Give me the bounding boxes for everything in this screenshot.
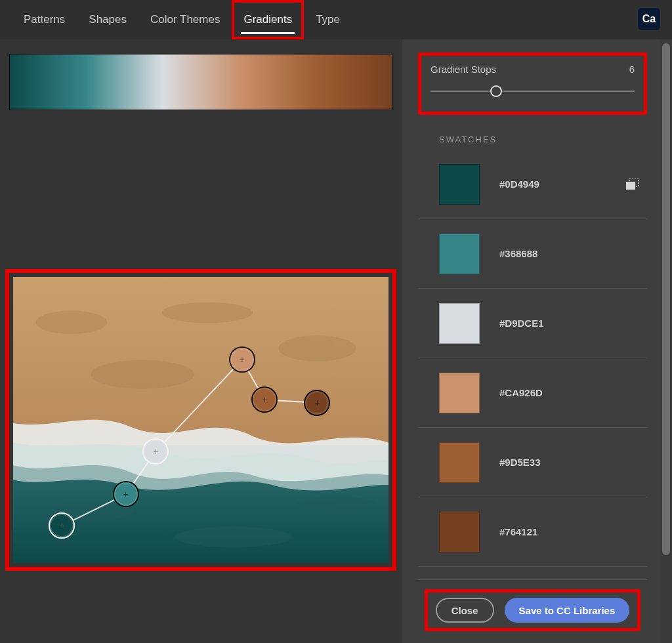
tab-label: Gradients [243,13,292,26]
save-button-label: Save to CC Libraries [519,605,616,616]
swatch-color[interactable] [439,442,480,483]
svg-point-5 [91,360,194,389]
swatch-hex: #0D4949 [499,178,539,190]
svg-rect-0 [13,277,388,446]
color-sample-node[interactable]: + [142,438,169,465]
svg-point-7 [175,527,292,548]
swatches-label: SWATCHES [439,135,647,144]
svg-point-3 [162,302,253,323]
right-panel: Gradient Stops 6 SWATCHES #0D4949#368688… [402,39,660,643]
tab-type[interactable]: Type [304,0,352,39]
swatch-list: #0D4949#368688#D9DCE1#CA926D#9D5E33#7641… [418,150,647,579]
swatch-color[interactable] [439,234,480,274]
swatch-row[interactable]: #CA926D [418,358,647,428]
close-button[interactable]: Close [436,598,494,623]
swatch-hex: #764121 [499,526,537,537]
swatch-hex: #CA926D [499,387,543,398]
image-canvas-highlight: ++++++ [5,269,396,571]
app-badge: Ca [638,8,660,30]
tab-shapes[interactable]: Shapes [77,0,138,39]
scroll-thumb[interactable] [662,43,670,555]
left-panel: ++++++ [0,39,402,643]
swatch-color[interactable] [439,373,480,413]
swatch-row[interactable]: #0D4949 [418,150,647,219]
swatch-hex: #9D5E33 [499,457,541,468]
svg-rect-10 [626,182,635,190]
color-sample-node[interactable]: + [113,481,139,507]
tab-label: Patterns [24,13,65,26]
gradient-stops-slider[interactable] [430,85,635,97]
tab-patterns[interactable]: Patterns [12,0,77,39]
gradient-stops-highlight: Gradient Stops 6 [418,52,647,115]
tab-color-themes[interactable]: Color Themes [138,0,232,39]
svg-point-2 [36,311,107,335]
top-tab-bar: Patterns Shapes Color Themes Gradients T… [0,0,672,39]
swatch-hex: #368688 [499,248,537,259]
tab-label: Type [316,13,340,26]
footer-buttons-highlight: Close Save to CC Libraries [425,589,641,631]
scrollbar[interactable] [660,39,672,643]
swatch-color[interactable] [439,164,480,205]
svg-point-4 [278,335,356,362]
gradient-stops-value: 6 [629,64,635,75]
swatch-color[interactable] [439,303,480,344]
gradient-preview[interactable] [9,54,392,110]
slider-track [430,91,635,92]
tab-gradients[interactable]: Gradients [232,0,304,39]
tab-label: Color Themes [150,13,220,26]
app-badge-label: Ca [642,13,656,25]
svg-point-8 [298,497,375,512]
swatch-row[interactable]: #368688 [418,219,647,289]
layers-icon[interactable] [626,178,639,190]
color-sample-node[interactable]: + [304,390,330,416]
swatch-row[interactable]: #D9DCE1 [418,289,647,358]
swatch-hex: #D9DCE1 [499,318,544,329]
swatch-row[interactable]: #764121 [418,497,647,567]
save-button[interactable]: Save to CC Libraries [505,598,630,623]
color-sample-node[interactable]: + [49,512,75,539]
tab-label: Shapes [89,13,127,26]
slider-knob[interactable] [490,85,502,97]
footer: Close Save to CC Libraries [418,579,647,643]
gradient-stops-label: Gradient Stops [430,64,496,75]
color-sample-node[interactable]: + [251,386,278,413]
swatch-color[interactable] [439,512,480,552]
image-canvas[interactable]: ++++++ [13,277,388,563]
color-sample-node[interactable]: + [229,346,255,373]
close-button-label: Close [452,605,478,616]
swatch-row[interactable]: #9D5E33 [418,428,647,497]
